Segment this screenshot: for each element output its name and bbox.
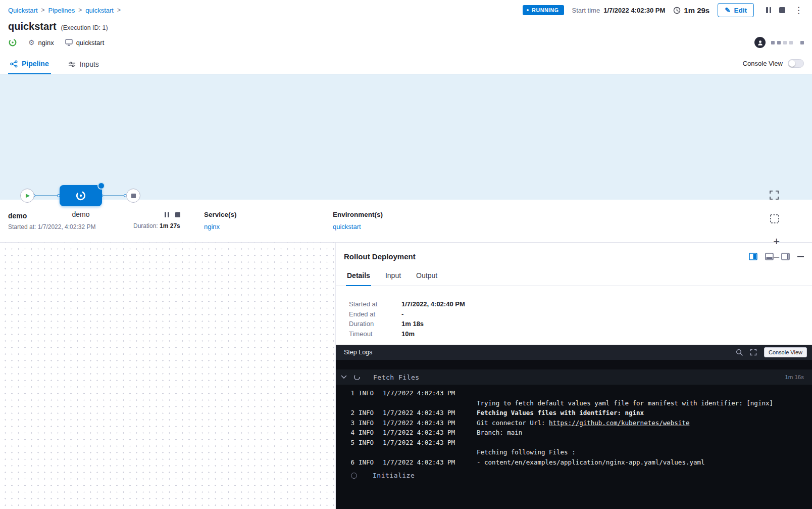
console-view-label: Console View xyxy=(743,60,783,67)
stage-status-square[interactable] xyxy=(777,41,781,44)
stage-node-label: demo xyxy=(60,210,102,218)
layout-split-bottom-icon[interactable] xyxy=(765,253,774,260)
stage-status-square[interactable] xyxy=(800,41,804,44)
log-lines[interactable]: 1 INFO 1/7/2022 4:02:43 PM Trying to fet… xyxy=(336,385,812,467)
log-line: 5 INFO 1/7/2022 4:02:43 PM xyxy=(350,438,804,448)
service-chip[interactable]: ⚙ nginx xyxy=(28,39,54,47)
log-line-number: 5 xyxy=(350,438,354,448)
log-line-number: 3 xyxy=(350,418,354,428)
zoom-out-button[interactable]: − xyxy=(773,252,780,263)
elapsed-time: 1m 29s xyxy=(673,6,709,15)
log-line-number: 2 xyxy=(350,408,354,418)
meta-row: ⚙ nginx quickstart xyxy=(0,36,812,53)
environment-chip[interactable]: quickstart xyxy=(65,39,105,47)
stop-pipeline-button[interactable] xyxy=(779,7,785,13)
log-line: 2 INFO 1/7/2022 4:02:43 PM Fetching Valu… xyxy=(350,408,804,418)
log-section-duration: 1m 16s xyxy=(785,374,804,380)
edit-button[interactable]: ✎ Edit xyxy=(718,3,754,17)
breadcrumb-link-quickstart[interactable]: Quickstart xyxy=(8,7,38,14)
gear-icon: ⚙ xyxy=(28,39,35,46)
breadcrumb-link-pipeline[interactable]: quickstart xyxy=(85,7,114,14)
start-time-value: 1/7/2022 4:02:30 PM xyxy=(603,7,665,14)
log-level: INFO xyxy=(359,457,383,468)
log-message-text: Git connector Url: xyxy=(477,419,549,427)
environment-chip-label: quickstart xyxy=(76,39,105,47)
tab-output[interactable]: Output xyxy=(415,267,438,286)
git-connector-link[interactable]: https://github.com/kubernetes/website xyxy=(549,419,689,427)
layout-split-large-icon[interactable] xyxy=(781,253,790,260)
cd-module-icon xyxy=(8,38,17,47)
stage-status-square[interactable] xyxy=(789,41,793,44)
stage-status-square[interactable] xyxy=(783,41,787,44)
log-timestamp: 1/7/2022 4:02:43 PM xyxy=(383,428,477,438)
log-message: Git connector Url: https://github.com/ku… xyxy=(477,418,804,428)
clock-icon xyxy=(673,7,681,14)
tab-details[interactable]: Details xyxy=(346,267,371,286)
execution-id: (Execution ID: 1) xyxy=(61,24,108,31)
detail-label: Timeout xyxy=(349,329,401,339)
log-section-fetch-files[interactable]: Fetch Files 1m 16s xyxy=(336,369,812,385)
log-line: 6 INFO 1/7/2022 4:02:43 PM - content/en/… xyxy=(350,457,804,468)
log-timestamp: 1/7/2022 4:02:43 PM xyxy=(383,438,477,448)
stage-started-at: Started at: 1/7/2022, 4:02:32 PM xyxy=(8,223,133,230)
stop-stage-button[interactable] xyxy=(175,212,180,217)
log-section-initialize[interactable]: Initialize xyxy=(336,467,812,479)
console-view-control: Console View xyxy=(743,59,804,74)
status-dot-icon xyxy=(527,9,529,11)
pause-pipeline-button[interactable] xyxy=(766,7,771,13)
stage-node-demo[interactable] xyxy=(60,185,102,206)
log-level: INFO xyxy=(359,408,383,418)
pending-circle-icon xyxy=(351,473,357,479)
stage-graph-canvas[interactable]: ▶ demo + − xyxy=(0,74,812,200)
user-avatar[interactable] xyxy=(754,37,766,48)
log-message: Fetching Values files with identifier: n… xyxy=(477,408,804,418)
connector-line xyxy=(102,195,126,196)
console-view-toggle[interactable] xyxy=(788,59,804,68)
step-details-panel: Rollout Deployment xyxy=(335,243,812,509)
log-section-title: Initialize xyxy=(373,472,415,479)
environment-icon xyxy=(65,39,73,46)
tab-pipeline[interactable]: Pipeline xyxy=(8,55,51,74)
search-icon[interactable] xyxy=(736,349,743,356)
more-options-icon[interactable]: ⋮ xyxy=(793,6,804,15)
view-tabs: Pipeline Inputs Console View xyxy=(0,53,812,74)
person-icon xyxy=(757,39,764,46)
fullscreen-button[interactable] xyxy=(769,190,780,201)
pipeline-start-node[interactable]: ▶ xyxy=(20,189,34,203)
console-view-button[interactable]: Console View xyxy=(764,347,807,357)
start-time-label: Start time xyxy=(572,7,600,14)
chevron-down-icon[interactable] xyxy=(341,375,347,379)
pause-stage-button[interactable] xyxy=(165,212,169,217)
log-timestamp: 1/7/2022 4:02:43 PM xyxy=(383,418,477,428)
expand-logs-icon[interactable] xyxy=(750,349,757,356)
stop-icon xyxy=(131,194,136,198)
breadcrumb-link-pipelines[interactable]: Pipelines xyxy=(48,7,75,14)
status-badge: RUNNING xyxy=(523,5,564,15)
stage-summary-bar: demo Started at: 1/7/2022, 4:02:32 PM Du… xyxy=(0,200,812,243)
tab-pipeline-label: Pipeline xyxy=(22,60,49,68)
zoom-in-button[interactable]: + xyxy=(773,236,780,247)
environment-link[interactable]: quickstart xyxy=(333,223,361,230)
detail-value: 1m 18s xyxy=(401,319,424,329)
detail-label: Ended at xyxy=(349,309,401,319)
execution-graph-canvas[interactable]: ⚙ ✓ Service ✓ Infrastructure Resource Co… xyxy=(0,243,335,509)
log-line-number: 4 xyxy=(350,428,354,438)
service-link[interactable]: nginx xyxy=(204,223,220,230)
log-timestamp: 1/7/2022 4:02:43 PM xyxy=(383,457,477,468)
log-line: 4 INFO 1/7/2022 4:02:43 PM Branch: main xyxy=(350,428,804,438)
stage-status-square[interactable] xyxy=(771,41,775,44)
page-title: quickstart xyxy=(8,21,57,32)
tab-inputs[interactable]: Inputs xyxy=(66,55,101,74)
log-level: INFO xyxy=(359,388,383,398)
step-details: Started at 1/7/2022, 4:02:40 PM Ended at… xyxy=(336,286,812,345)
step-panel-title: Rollout Deployment xyxy=(344,252,749,261)
stage-summary-services: Service(s) nginx xyxy=(204,211,333,231)
breadcrumb-separator: > xyxy=(41,7,45,14)
layout-split-right-icon[interactable] xyxy=(749,253,757,260)
pencil-icon: ✎ xyxy=(725,6,730,14)
step-panel-header: Rollout Deployment xyxy=(336,243,812,267)
marquee-select-button[interactable] xyxy=(770,214,780,224)
start-time: Start time1/7/2022 4:02:30 PM xyxy=(572,7,666,14)
tab-input[interactable]: Input xyxy=(384,267,402,286)
minimize-panel-icon[interactable] xyxy=(797,256,804,257)
